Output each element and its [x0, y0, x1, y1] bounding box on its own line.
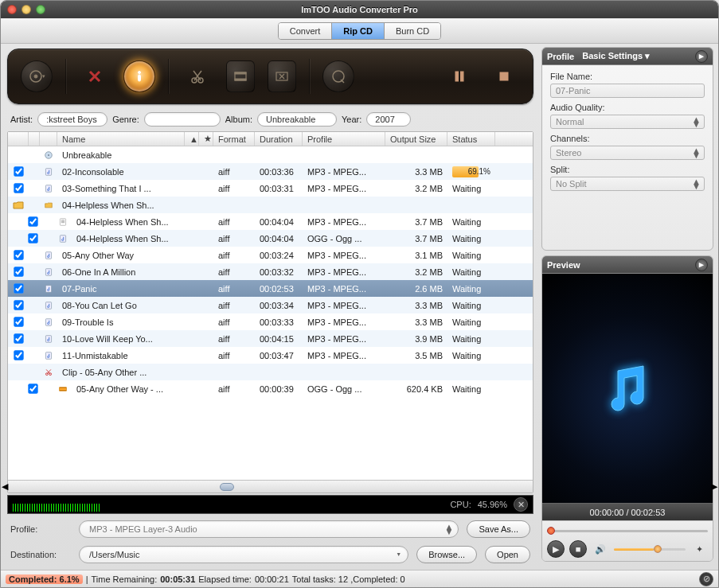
- col-profile[interactable]: Profile: [303, 132, 385, 146]
- table-row[interactable]: 09-Trouble Isaiff00:03:33MP3 - MPEG...3.…: [8, 313, 533, 330]
- row-duration: 00:00:39: [255, 380, 303, 397]
- row-checkbox[interactable]: [28, 384, 37, 393]
- rip-button[interactable]: [322, 60, 354, 92]
- row-name: 04-Helpless When Sh...: [72, 213, 185, 230]
- play-button[interactable]: ▶: [547, 540, 565, 558]
- status-stop-icon[interactable]: ⊘: [699, 572, 713, 586]
- table-row[interactable]: 02-Inconsolableaiff00:03:36MP3 - MPEG...…: [8, 163, 533, 180]
- gear-icon[interactable]: ✕: [514, 497, 528, 512]
- row-checkbox[interactable]: [14, 283, 23, 293]
- row-status: Waiting: [447, 247, 495, 263]
- disc-icon[interactable]: ▾: [21, 60, 53, 92]
- row-checkbox[interactable]: [28, 233, 37, 243]
- album-field[interactable]: Unbreakable: [257, 112, 337, 127]
- col-duration[interactable]: Duration: [255, 132, 303, 146]
- chevron-right-icon[interactable]: ▸: [695, 50, 708, 63]
- svg-rect-22: [60, 235, 65, 242]
- row-checkbox[interactable]: [28, 216, 37, 226]
- row-format: aiff: [213, 313, 255, 330]
- table-row[interactable]: 05-Any Other Way - ...aiff00:00:39OGG - …: [8, 380, 533, 397]
- stop-icon[interactable]: [488, 60, 520, 92]
- year-field[interactable]: 2007: [366, 112, 411, 127]
- tab-rip-cd[interactable]: Rip CD: [332, 23, 385, 39]
- row-type-icon: [54, 213, 72, 230]
- seek-slider[interactable]: [547, 526, 708, 535]
- tab-burn-cd[interactable]: Burn CD: [385, 23, 440, 39]
- channels-label: Channels:: [550, 134, 705, 143]
- split-dropdown[interactable]: No Split▲▼: [550, 177, 705, 191]
- row-output: 3.1 MB: [385, 247, 447, 263]
- col-star[interactable]: ★: [199, 132, 213, 146]
- col-name[interactable]: Name: [57, 132, 185, 146]
- col-format[interactable]: Format: [213, 132, 255, 146]
- destination-dropdown[interactable]: /Users/Music ▼: [79, 546, 408, 563]
- mode-tab-bar: Convert Rip CD Burn CD: [1, 18, 718, 44]
- table-row[interactable]: 06-One In A Millionaiff00:03:32MP3 - MPE…: [8, 263, 533, 280]
- row-name: 03-Something That I ...: [57, 180, 185, 197]
- svg-point-15: [48, 154, 49, 155]
- tab-convert[interactable]: Convert: [279, 23, 333, 39]
- row-type-icon: [40, 313, 57, 330]
- save-as-button[interactable]: Save As...: [467, 520, 530, 538]
- table-row[interactable]: Clip - 05-Any Other ...: [8, 364, 533, 380]
- delete-icon[interactable]: [79, 60, 111, 92]
- row-name: Clip - 05-Any Other ...: [57, 364, 185, 380]
- table-row[interactable]: 03-Something That I ...aiff00:03:31MP3 -…: [8, 180, 533, 197]
- filename-field[interactable]: 07-Panic: [550, 84, 705, 98]
- row-profile: OGG - Ogg ...: [303, 380, 385, 397]
- audioquality-dropdown[interactable]: Normal▲▼: [550, 115, 705, 129]
- browse-button[interactable]: Browse...: [416, 546, 477, 563]
- row-checkbox[interactable]: [14, 267, 23, 276]
- table-row[interactable]: 11-Unmistakableaiff00:03:47MP3 - MPEG...…: [8, 347, 533, 364]
- table-row[interactable]: 07-Panicaiff00:02:53MP3 - MPEG...2.6 MBW…: [8, 280, 533, 297]
- effects-icon[interactable]: [268, 60, 296, 92]
- table-row[interactable]: 10-Love Will Keep Yo...aiff00:04:15MP3 -…: [8, 330, 533, 347]
- horizontal-scrollbar[interactable]: ◀ ▶: [8, 480, 533, 493]
- sort-indicator[interactable]: ▲: [185, 132, 199, 146]
- table-row[interactable]: 08-You Can Let Goaiff00:03:34MP3 - MPEG.…: [8, 297, 533, 313]
- volume-slider[interactable]: [614, 547, 686, 551]
- row-checkbox[interactable]: [14, 317, 23, 326]
- row-format: aiff: [213, 280, 255, 297]
- col-status[interactable]: Status: [447, 132, 495, 146]
- track-table: Name ▲ ★ Format Duration Profile Output …: [7, 131, 533, 493]
- filmstrip-icon[interactable]: [226, 60, 255, 92]
- table-row[interactable]: 04-Helpless When Sh...aiff00:04:04MP3 - …: [8, 213, 533, 230]
- row-status: 69.1%: [447, 163, 495, 180]
- row-checkbox[interactable]: [14, 250, 23, 259]
- volume-icon[interactable]: 🔊: [592, 540, 609, 558]
- col-output[interactable]: Output Size: [385, 132, 447, 146]
- profile-settings-dropdown[interactable]: Basic Settings ▾: [582, 51, 650, 61]
- row-checkbox[interactable]: [14, 166, 23, 176]
- snapshot-icon[interactable]: ✦: [690, 540, 708, 558]
- row-duration: 00:04:15: [255, 330, 303, 347]
- svg-rect-28: [45, 335, 51, 342]
- row-profile: MP3 - MPEG...: [303, 280, 385, 297]
- artist-field[interactable]: :kstreet Boys: [37, 112, 107, 127]
- pause-icon[interactable]: [444, 60, 475, 92]
- svg-rect-17: [45, 185, 51, 192]
- svg-rect-23: [45, 251, 51, 259]
- stop-button[interactable]: ■: [569, 540, 587, 558]
- table-row[interactable]: Unbreakable: [8, 146, 533, 163]
- profile-dropdown[interactable]: MP3 - MPEG Layer-3 Audio ▲▼: [79, 520, 459, 538]
- album-label: Album:: [225, 115, 252, 124]
- cut-icon[interactable]: [182, 60, 213, 92]
- table-row[interactable]: 04-Helpless When Sh...: [8, 197, 533, 213]
- row-duration: 00:03:47: [255, 347, 303, 364]
- row-output: 3.7 MB: [385, 230, 447, 247]
- filename-label: File Name:: [550, 72, 705, 81]
- row-profile: [303, 364, 385, 380]
- table-row[interactable]: 05-Any Other Wayaiff00:03:24MP3 - MPEG..…: [8, 247, 533, 263]
- chevron-right-icon[interactable]: ▸: [695, 259, 708, 271]
- channels-dropdown[interactable]: Stereo▲▼: [550, 146, 705, 160]
- open-button[interactable]: Open: [485, 546, 530, 563]
- row-checkbox[interactable]: [14, 300, 23, 310]
- table-row[interactable]: 04-Helpless When Sh...aiff00:04:04OGG - …: [8, 230, 533, 247]
- row-checkbox[interactable]: [14, 350, 23, 360]
- row-duration: [255, 146, 303, 163]
- genre-field[interactable]: [144, 112, 221, 127]
- row-checkbox[interactable]: [14, 333, 23, 343]
- row-checkbox[interactable]: [14, 183, 23, 193]
- info-icon[interactable]: [123, 60, 155, 92]
